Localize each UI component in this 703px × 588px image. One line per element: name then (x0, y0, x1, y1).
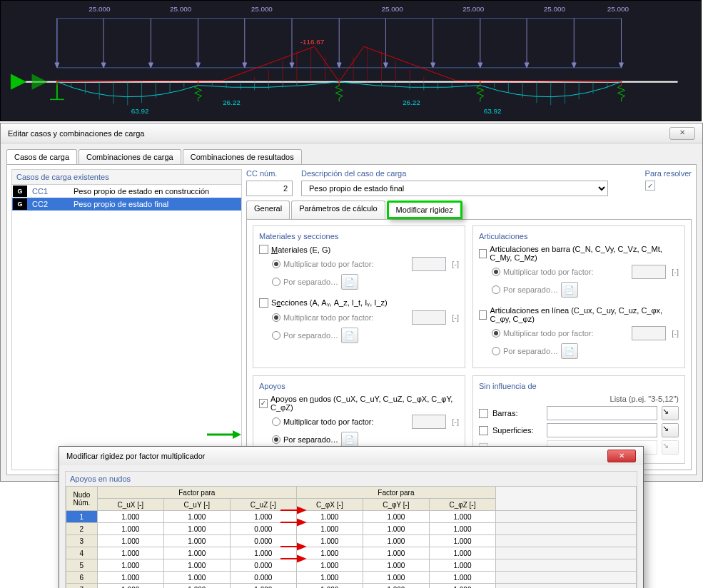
cell-value[interactable]: 1.000 (97, 584, 163, 589)
table-row[interactable]: 71.0001.0001.0001.0001.0001.000 (66, 584, 637, 589)
cell-value[interactable]: 1.000 (296, 547, 363, 559)
subtab-general[interactable]: General (246, 201, 290, 219)
cell-value[interactable]: 1.000 (429, 523, 495, 535)
edit-icon[interactable]: 📄 (341, 432, 358, 447)
cell-value[interactable]: 1.000 (296, 559, 363, 572)
cell-value[interactable]: 1.000 (97, 572, 163, 584)
cell-value[interactable]: 0.000 (230, 535, 296, 547)
row-header[interactable]: 1 (66, 511, 98, 523)
cell-value[interactable]: 1.000 (163, 523, 230, 535)
checkbox-nodal-supports[interactable] (259, 399, 268, 408)
cell-value[interactable]: 1.000 (296, 523, 363, 535)
cell-value[interactable]: 1.000 (163, 584, 230, 589)
cell-value[interactable]: 1.000 (163, 535, 230, 547)
table-row[interactable]: 31.0001.0000.0001.0001.0001.000 (66, 535, 637, 547)
radio-multiply-all[interactable] (272, 313, 280, 322)
cell-value[interactable]: 0.000 (230, 559, 296, 572)
row-header[interactable]: 3 (66, 535, 98, 547)
tab-result-combinations[interactable]: Combinaciones de resultados (183, 149, 302, 164)
load-case-row[interactable]: G CC1 Peso propio de estado en construcc… (12, 185, 241, 198)
bars-list-input[interactable] (547, 406, 657, 420)
cell-value[interactable]: 1.000 (363, 511, 429, 523)
factor-spinner[interactable] (632, 326, 666, 340)
cell-value[interactable]: 1.000 (429, 584, 495, 589)
edit-icon[interactable]: 📄 (561, 343, 578, 359)
checkbox-line-hinges[interactable] (479, 310, 487, 320)
cell-value[interactable]: 1.000 (163, 511, 230, 523)
factor-spinner[interactable] (412, 257, 446, 271)
row-header[interactable]: 2 (66, 523, 98, 535)
structural-viewport[interactable]: 25.000 25.000 25.000 25.000 25.000 25.00… (0, 0, 702, 121)
row-header[interactable]: 7 (66, 584, 98, 589)
edit-icon[interactable]: 📄 (341, 328, 358, 343)
row-header[interactable]: 4 (66, 547, 98, 559)
cell-value[interactable]: 1.000 (363, 559, 429, 572)
cell-value[interactable]: 1.000 (296, 572, 363, 584)
close-button[interactable]: ✕ (607, 450, 636, 462)
pick-icon[interactable]: ↘ (662, 406, 679, 420)
radio-multiply-all[interactable] (272, 260, 280, 268)
row-header[interactable]: 6 (66, 572, 98, 584)
cell-value[interactable]: 1.000 (97, 547, 163, 559)
pick-icon[interactable]: ↘ (662, 440, 679, 455)
cc-num-input[interactable] (246, 181, 293, 196)
table-row[interactable]: 41.0001.0001.0001.0001.0001.000 (66, 547, 637, 559)
dialog-titlebar[interactable]: Editar casos y combinaciones de carga ✕ (1, 123, 702, 143)
solve-checkbox[interactable]: ✓ (645, 181, 655, 191)
cell-value[interactable]: 1.000 (97, 511, 163, 523)
factor-spinner[interactable] (412, 310, 446, 325)
cell-value[interactable]: 1.000 (296, 584, 363, 589)
pick-icon[interactable]: ↘ (662, 423, 679, 437)
radio-multiply-all[interactable] (492, 268, 500, 276)
cell-value[interactable]: 1.000 (296, 535, 363, 547)
cell-value[interactable]: 1.000 (230, 511, 296, 523)
checkbox-member-hinges[interactable] (479, 249, 487, 258)
subtab-modify-stiffness[interactable]: Modificar rigidez (387, 201, 462, 219)
cell-value[interactable]: 1.000 (429, 559, 495, 572)
cell-value[interactable]: 1.000 (363, 535, 429, 547)
cell-value[interactable]: 1.000 (163, 547, 230, 559)
cell-value[interactable]: 1.000 (429, 572, 495, 584)
table-row[interactable]: 11.0001.0001.0001.0001.0001.000 (66, 511, 637, 523)
cell-value[interactable]: 1.000 (163, 572, 230, 584)
tab-load-cases[interactable]: Casos de carga (6, 149, 77, 164)
cell-value[interactable]: 1.000 (296, 511, 363, 523)
cell-value[interactable]: 0.000 (230, 523, 296, 535)
surfaces-list-input[interactable] (547, 423, 657, 437)
cc-desc-select[interactable]: Peso propio de estado final (301, 181, 608, 196)
subtab-calc-params[interactable]: Parámetros de cálculo (291, 201, 385, 219)
stiffness-factor-table[interactable]: NudoNúm. Factor para Factor para C_uX [-… (66, 486, 637, 588)
checkbox-materials[interactable] (259, 245, 268, 254)
tab-load-combinations[interactable]: Combinaciones de carga (79, 149, 181, 164)
cell-value[interactable]: 1.000 (363, 523, 429, 535)
checkbox-bars[interactable] (479, 409, 488, 418)
radio-separately[interactable] (272, 278, 280, 286)
checkbox-sections[interactable] (259, 298, 268, 308)
cell-value[interactable]: 1.000 (97, 535, 163, 547)
factor-spinner[interactable] (412, 415, 446, 429)
cell-value[interactable]: 1.000 (363, 572, 429, 584)
cell-value[interactable]: 1.000 (363, 584, 429, 589)
row-header[interactable]: 5 (66, 559, 98, 572)
close-button[interactable]: ✕ (669, 127, 695, 140)
cell-value[interactable]: 1.000 (97, 559, 163, 572)
radio-multiply-all[interactable] (272, 417, 280, 426)
cell-value[interactable]: 1.000 (230, 584, 296, 589)
table-row[interactable]: 61.0001.0000.0001.0001.0001.000 (66, 572, 637, 584)
cell-value[interactable]: 1.000 (429, 547, 495, 559)
cell-value[interactable]: 1.000 (363, 547, 429, 559)
cell-value[interactable]: 1.000 (163, 559, 230, 572)
edit-icon[interactable]: 📄 (561, 282, 578, 298)
edit-icon[interactable]: 📄 (341, 274, 358, 290)
cell-value[interactable]: 0.000 (230, 572, 296, 584)
cell-value[interactable]: 1.000 (429, 535, 495, 547)
factor-spinner[interactable] (632, 265, 666, 279)
radio-separately[interactable] (272, 331, 280, 340)
cell-value[interactable]: 1.000 (230, 547, 296, 559)
cell-value[interactable]: 1.000 (97, 523, 163, 535)
radio-separately[interactable] (492, 285, 500, 294)
table-row[interactable]: 51.0001.0000.0001.0001.0001.000 (66, 559, 637, 572)
load-case-row[interactable]: G CC2 Peso propio de estado final (12, 198, 241, 211)
radio-separately[interactable] (272, 435, 280, 444)
cell-value[interactable]: 1.000 (429, 511, 495, 523)
